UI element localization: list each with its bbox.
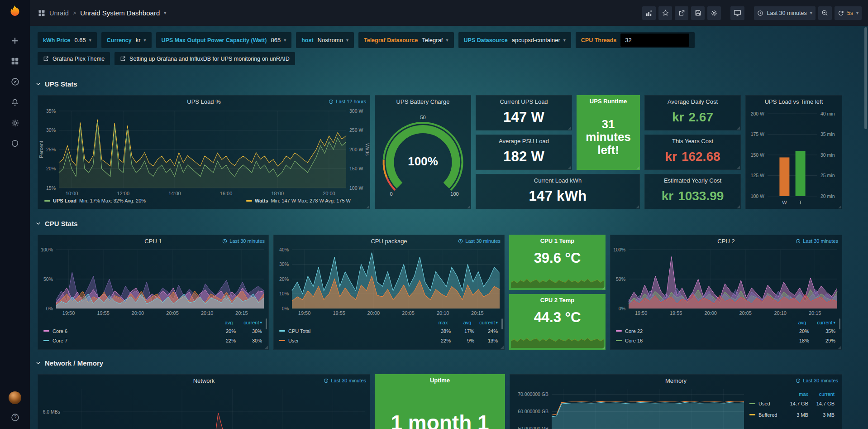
legend-scrollbar[interactable] (839, 318, 840, 329)
panel-network: Network Last 30 minutes 19:5019:5520:002… (38, 374, 370, 429)
panel-title[interactable]: UPS Load % (187, 98, 220, 105)
variable-value-dropdown[interactable]: Nostromo▾ (318, 37, 348, 43)
ups-load-chart[interactable]: 10:0012:0014:0016:0018:0020:0015%20%25%3… (38, 107, 370, 197)
panel-title[interactable]: CPU 2 (717, 238, 734, 245)
save-button[interactable] (691, 6, 705, 20)
variable-value-dropdown[interactable]: Telegraf▾ (422, 37, 448, 43)
variable-value-dropdown[interactable]: apcupsd-container▾ (512, 37, 566, 43)
panel-title[interactable]: Average Daily Cost (668, 98, 718, 105)
cpu1-chart[interactable]: 19:5019:5520:0020:0520:1020:150%50%100% (38, 247, 268, 317)
variable-telegraf-datasource[interactable]: Telegraf Datasource Telegraf▾ (358, 32, 454, 48)
variable-host[interactable]: host Nostromo▾ (296, 32, 354, 48)
sidebar-item-configuration[interactable] (11, 119, 19, 127)
panel-time-override: Last 30 minutes (796, 238, 838, 244)
legend-column-header[interactable]: max (782, 391, 808, 397)
panel-title[interactable]: UPS Battery Charge (396, 98, 450, 105)
page-scrollbar[interactable] (864, 27, 867, 426)
dashboard-link-ups-monitoring-guide[interactable]: Setting up Grafana and InfluxDB for UPS … (114, 52, 295, 65)
panel-title[interactable]: Average PSU Load (499, 138, 549, 145)
panel-title[interactable]: Uptime (430, 377, 450, 384)
cpu2-chart[interactable]: 19:5019:5520:0020:0520:1020:150%50%100% (610, 247, 842, 317)
time-range-picker[interactable]: Last 30 minutes ▾ (754, 6, 815, 20)
panel-title[interactable]: UPS Runtime (590, 98, 627, 105)
panel-title[interactable]: Current Load kWh (534, 177, 582, 184)
dashboard-settings-button[interactable] (707, 6, 721, 20)
legend-column-header[interactable]: current (806, 320, 832, 325)
legend-column-header[interactable]: current (233, 320, 259, 325)
dashboard-title[interactable]: Unraid System Dashboard (80, 9, 160, 17)
legend-column-header[interactable]: avg (448, 320, 471, 325)
gear-icon (711, 10, 718, 17)
legend-column-header[interactable]: avg (780, 320, 806, 325)
variable-cpu-threads[interactable]: CPU Threads 32 (576, 32, 695, 48)
ups-load-vs-time-chart[interactable]: 100 W125 W150 W175 W200 W20 min25 min30 … (746, 107, 842, 208)
variable-ups-datasource[interactable]: UPS Datasource apcupsd-container▾ (458, 32, 571, 48)
row-header-cpu-stats[interactable]: CPU Stats (35, 220, 78, 227)
chevron-down-icon[interactable]: ▾ (164, 10, 166, 15)
legend-color-dash (616, 330, 622, 332)
legend-scrollbar[interactable] (266, 318, 267, 329)
svg-text:30%: 30% (279, 261, 289, 267)
panel-uptime: Uptime 1 month 1 (375, 374, 505, 429)
legend-row: Buffered 3 MB 3 MB (749, 409, 835, 420)
panel-title[interactable]: Estimated Yearly Cost (664, 177, 721, 184)
dashboard-link-grafana-plex-theme[interactable]: Grafana Plex Theme (38, 52, 110, 65)
add-panel-button[interactable] (642, 6, 656, 20)
sidebar-item-explore[interactable] (11, 77, 19, 86)
panel-title[interactable]: This Years Cost (672, 138, 713, 145)
grafana-logo[interactable] (8, 5, 22, 19)
share-button[interactable] (675, 6, 688, 20)
sidebar-item-dashboards[interactable] (11, 57, 19, 65)
cpu1-legend: avgcurrent▾ Core 6 20% 30% Core 7 22% 30… (38, 317, 268, 345)
cpu-threads-input[interactable]: 32 (620, 34, 689, 47)
svg-text:40 min: 40 min (820, 111, 835, 116)
memory-chart[interactable]: 19:5019:5520:0020:0520:1020:1550.000000 … (510, 386, 748, 429)
clock-icon (796, 378, 801, 383)
panel-cpu1-temp: CPU 1 Temp 39.6 °C (509, 235, 606, 290)
legend-column-header[interactable]: current (808, 391, 835, 397)
panel-title[interactable]: Memory (665, 377, 687, 384)
variable-label: UPS Datasource (464, 37, 508, 43)
panel-title[interactable]: CPU 1 Temp (540, 237, 575, 244)
panel-title[interactable]: CPU 1 (144, 238, 162, 245)
variable-label: UPS Max Output Power Capacity (Watt) (162, 37, 267, 43)
legend-column-header[interactable]: avg (206, 320, 233, 325)
svg-text:50%: 50% (616, 276, 625, 282)
row-header-network-memory[interactable]: Network / Memory (35, 359, 103, 367)
star-button[interactable] (658, 6, 672, 20)
variable-value-dropdown[interactable]: 865▾ (271, 37, 286, 43)
legend-column-header[interactable]: max (424, 320, 448, 325)
panel-title[interactable]: Network (193, 377, 215, 384)
cpu-package-chart[interactable]: 19:5019:5520:0020:0520:1020:150%10%20%30… (274, 247, 504, 317)
sidebar-item-alerting[interactable] (11, 98, 19, 106)
scrollbar-thumb[interactable] (864, 27, 867, 129)
row-header-ups-stats[interactable]: UPS Stats (35, 80, 77, 88)
sidebar-item-create[interactable] (11, 37, 19, 45)
variable-ups-max-output[interactable]: UPS Max Output Power Capacity (Watt) 865… (156, 32, 292, 48)
legend-item[interactable]: Watts Min: 147 W Max: 278 W Avg: 175 W (246, 198, 351, 203)
variable-value-dropdown[interactable]: kr▾ (136, 37, 146, 43)
variable-value-dropdown[interactable]: 0.65▾ (74, 37, 91, 43)
legend-scrollbar[interactable] (501, 318, 503, 329)
legend-item[interactable]: UPS Load Min: 17% Max: 32% Avg: 20% (44, 198, 146, 203)
svg-text:19:55: 19:55 (97, 310, 110, 316)
svg-text:0%: 0% (619, 306, 625, 311)
breadcrumb-folder[interactable]: Unraid (49, 10, 69, 17)
dashboard-canvas: kWh Price 0.65▾ Currency kr▾ UPS Max Out… (30, 26, 868, 429)
cycle-view-mode-button[interactable] (730, 6, 744, 20)
panel-title[interactable]: Current UPS Load (500, 98, 548, 105)
stat-value: 147 kWh (529, 188, 587, 204)
panel-title[interactable]: CPU package (371, 238, 407, 245)
zoom-out-button[interactable] (818, 6, 832, 20)
sidebar-item-profile[interactable] (9, 391, 21, 404)
sidebar-item-help[interactable]: ? (11, 413, 19, 422)
svg-text:0: 0 (390, 191, 392, 197)
network-chart[interactable]: 19:5019:5520:0020:0520:1020:152.0 MBs4.0… (38, 386, 370, 429)
refresh-picker[interactable]: 5s ▾ (835, 6, 862, 20)
panel-title[interactable]: CPU 2 Temp (540, 297, 575, 304)
sidebar-item-server-admin[interactable] (11, 140, 19, 148)
variable-currency[interactable]: Currency kr▾ (101, 32, 152, 48)
panel-title[interactable]: UPS Load vs Time left (765, 98, 823, 105)
variable-kwh-price[interactable]: kWh Price 0.65▾ (38, 32, 97, 48)
legend-column-header[interactable]: current (471, 320, 495, 325)
